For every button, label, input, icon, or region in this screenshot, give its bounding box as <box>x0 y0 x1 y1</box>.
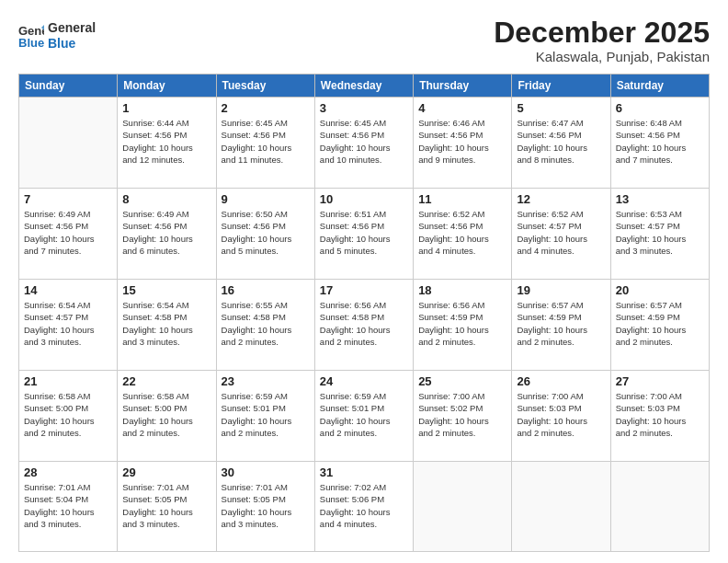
week-row-1: 1Sunrise: 6:44 AM Sunset: 4:56 PM Daylig… <box>19 98 710 189</box>
logo-line2: Blue <box>48 36 96 52</box>
day-number: 27 <box>616 374 704 388</box>
cell-w5-d4: 31Sunrise: 7:02 AM Sunset: 5:06 PM Dayli… <box>314 462 413 552</box>
cell-w5-d7 <box>610 462 709 552</box>
day-number: 29 <box>122 465 210 479</box>
cell-w2-d6: 12Sunrise: 6:52 AM Sunset: 4:57 PM Dayli… <box>512 189 610 280</box>
day-info: Sunrise: 6:44 AM Sunset: 4:56 PM Dayligh… <box>122 117 210 166</box>
day-info: Sunrise: 7:00 AM Sunset: 5:02 PM Dayligh… <box>418 390 506 439</box>
cell-w1-d5: 4Sunrise: 6:46 AM Sunset: 4:56 PM Daylig… <box>414 98 512 189</box>
day-info: Sunrise: 6:52 AM Sunset: 4:57 PM Dayligh… <box>517 208 605 257</box>
cell-w4-d4: 24Sunrise: 6:59 AM Sunset: 5:01 PM Dayli… <box>314 371 413 462</box>
calendar-table: Sunday Monday Tuesday Wednesday Thursday… <box>18 74 710 552</box>
day-number: 17 <box>320 283 408 297</box>
day-number: 23 <box>222 374 310 388</box>
day-info: Sunrise: 6:54 AM Sunset: 4:57 PM Dayligh… <box>24 299 112 348</box>
location: Kalaswala, Punjab, Pakistan <box>494 49 710 64</box>
day-info: Sunrise: 6:58 AM Sunset: 5:00 PM Dayligh… <box>24 390 112 439</box>
cell-w1-d2: 1Sunrise: 6:44 AM Sunset: 4:56 PM Daylig… <box>118 98 216 189</box>
day-number: 14 <box>24 283 112 297</box>
day-number: 30 <box>222 465 310 479</box>
cell-w4-d3: 23Sunrise: 6:59 AM Sunset: 5:01 PM Dayli… <box>216 371 314 462</box>
cell-w1-d6: 5Sunrise: 6:47 AM Sunset: 4:56 PM Daylig… <box>512 98 610 189</box>
day-number: 1 <box>122 101 210 115</box>
cell-w5-d3: 30Sunrise: 7:01 AM Sunset: 5:05 PM Dayli… <box>216 462 314 552</box>
day-number: 10 <box>320 192 408 206</box>
week-row-5: 28Sunrise: 7:01 AM Sunset: 5:04 PM Dayli… <box>19 462 710 552</box>
header-friday: Friday <box>512 75 610 98</box>
cell-w5-d1: 28Sunrise: 7:01 AM Sunset: 5:04 PM Dayli… <box>19 462 118 552</box>
cell-w3-d3: 16Sunrise: 6:55 AM Sunset: 4:58 PM Dayli… <box>216 280 314 371</box>
cell-w1-d4: 3Sunrise: 6:45 AM Sunset: 4:56 PM Daylig… <box>314 98 413 189</box>
logo: General Blue General Blue <box>18 20 96 52</box>
week-row-2: 7Sunrise: 6:49 AM Sunset: 4:56 PM Daylig… <box>19 189 710 280</box>
title-block: December 2025 Kalaswala, Punjab, Pakista… <box>494 17 710 64</box>
day-info: Sunrise: 7:00 AM Sunset: 5:03 PM Dayligh… <box>616 390 704 439</box>
day-info: Sunrise: 7:02 AM Sunset: 5:06 PM Dayligh… <box>320 481 408 530</box>
day-info: Sunrise: 6:56 AM Sunset: 4:59 PM Dayligh… <box>418 299 506 348</box>
day-info: Sunrise: 6:57 AM Sunset: 4:59 PM Dayligh… <box>517 299 605 348</box>
cell-w3-d7: 20Sunrise: 6:57 AM Sunset: 4:59 PM Dayli… <box>610 280 709 371</box>
day-number: 18 <box>418 283 506 297</box>
day-info: Sunrise: 7:01 AM Sunset: 5:05 PM Dayligh… <box>122 481 210 530</box>
cell-w1-d7: 6Sunrise: 6:48 AM Sunset: 4:56 PM Daylig… <box>610 98 709 189</box>
header-saturday: Saturday <box>610 75 709 98</box>
day-number: 21 <box>24 374 112 388</box>
day-info: Sunrise: 6:52 AM Sunset: 4:56 PM Dayligh… <box>418 208 506 257</box>
cell-w3-d1: 14Sunrise: 6:54 AM Sunset: 4:57 PM Dayli… <box>19 280 118 371</box>
logo-icon: General Blue <box>18 23 44 49</box>
page: General Blue General Blue December 2025 … <box>0 0 728 563</box>
day-info: Sunrise: 6:53 AM Sunset: 4:57 PM Dayligh… <box>616 208 704 257</box>
day-number: 12 <box>517 192 605 206</box>
header-thursday: Thursday <box>414 75 512 98</box>
cell-w1-d3: 2Sunrise: 6:45 AM Sunset: 4:56 PM Daylig… <box>216 98 314 189</box>
day-info: Sunrise: 6:59 AM Sunset: 5:01 PM Dayligh… <box>222 390 310 439</box>
cell-w2-d2: 8Sunrise: 6:49 AM Sunset: 4:56 PM Daylig… <box>118 189 216 280</box>
cell-w2-d5: 11Sunrise: 6:52 AM Sunset: 4:56 PM Dayli… <box>414 189 512 280</box>
day-number: 28 <box>24 465 112 479</box>
cell-w2-d4: 10Sunrise: 6:51 AM Sunset: 4:56 PM Dayli… <box>314 189 413 280</box>
cell-w3-d2: 15Sunrise: 6:54 AM Sunset: 4:58 PM Dayli… <box>118 280 216 371</box>
cell-w2-d3: 9Sunrise: 6:50 AM Sunset: 4:56 PM Daylig… <box>216 189 314 280</box>
day-info: Sunrise: 6:45 AM Sunset: 4:56 PM Dayligh… <box>222 117 310 166</box>
day-number: 15 <box>122 283 210 297</box>
week-row-3: 14Sunrise: 6:54 AM Sunset: 4:57 PM Dayli… <box>19 280 710 371</box>
day-number: 4 <box>418 101 506 115</box>
day-number: 11 <box>418 192 506 206</box>
cell-w3-d4: 17Sunrise: 6:56 AM Sunset: 4:58 PM Dayli… <box>314 280 413 371</box>
day-info: Sunrise: 6:48 AM Sunset: 4:56 PM Dayligh… <box>616 117 704 166</box>
day-number: 16 <box>222 283 310 297</box>
day-info: Sunrise: 6:49 AM Sunset: 4:56 PM Dayligh… <box>24 208 112 257</box>
day-number: 5 <box>517 101 605 115</box>
day-number: 9 <box>222 192 310 206</box>
day-info: Sunrise: 6:59 AM Sunset: 5:01 PM Dayligh… <box>320 390 408 439</box>
day-info: Sunrise: 6:50 AM Sunset: 4:56 PM Dayligh… <box>222 208 310 257</box>
cell-w2-d7: 13Sunrise: 6:53 AM Sunset: 4:57 PM Dayli… <box>610 189 709 280</box>
header-sunday: Sunday <box>19 75 118 98</box>
cell-w2-d1: 7Sunrise: 6:49 AM Sunset: 4:56 PM Daylig… <box>19 189 118 280</box>
cell-w4-d1: 21Sunrise: 6:58 AM Sunset: 5:00 PM Dayli… <box>19 371 118 462</box>
cell-w5-d5 <box>414 462 512 552</box>
cell-w3-d6: 19Sunrise: 6:57 AM Sunset: 4:59 PM Dayli… <box>512 280 610 371</box>
header-tuesday: Tuesday <box>216 75 314 98</box>
day-info: Sunrise: 6:45 AM Sunset: 4:56 PM Dayligh… <box>320 117 408 166</box>
day-info: Sunrise: 6:58 AM Sunset: 5:00 PM Dayligh… <box>122 390 210 439</box>
cell-w4-d5: 25Sunrise: 7:00 AM Sunset: 5:02 PM Dayli… <box>414 371 512 462</box>
day-number: 7 <box>24 192 112 206</box>
cell-w4-d6: 26Sunrise: 7:00 AM Sunset: 5:03 PM Dayli… <box>512 371 610 462</box>
day-number: 31 <box>320 465 408 479</box>
weekday-header-row: Sunday Monday Tuesday Wednesday Thursday… <box>19 75 710 98</box>
day-number: 22 <box>122 374 210 388</box>
cell-w4-d7: 27Sunrise: 7:00 AM Sunset: 5:03 PM Dayli… <box>610 371 709 462</box>
day-info: Sunrise: 6:49 AM Sunset: 4:56 PM Dayligh… <box>122 208 210 257</box>
day-number: 2 <box>222 101 310 115</box>
day-number: 26 <box>517 374 605 388</box>
header: General Blue General Blue December 2025 … <box>18 17 710 64</box>
header-wednesday: Wednesday <box>314 75 413 98</box>
day-info: Sunrise: 6:47 AM Sunset: 4:56 PM Dayligh… <box>517 117 605 166</box>
svg-text:Blue: Blue <box>18 36 44 49</box>
day-info: Sunrise: 7:00 AM Sunset: 5:03 PM Dayligh… <box>517 390 605 439</box>
day-info: Sunrise: 6:46 AM Sunset: 4:56 PM Dayligh… <box>418 117 506 166</box>
week-row-4: 21Sunrise: 6:58 AM Sunset: 5:00 PM Dayli… <box>19 371 710 462</box>
day-info: Sunrise: 6:55 AM Sunset: 4:58 PM Dayligh… <box>222 299 310 348</box>
day-info: Sunrise: 6:57 AM Sunset: 4:59 PM Dayligh… <box>616 299 704 348</box>
